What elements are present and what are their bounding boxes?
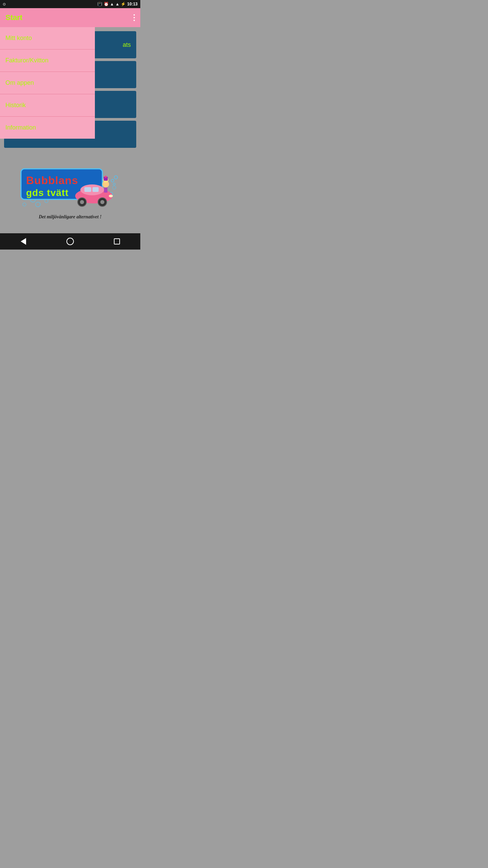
svg-rect-21 [84,187,91,192]
sim-icon: ⊙ [3,2,6,6]
time-display: 10:13 [127,2,138,6]
svg-point-20 [80,184,104,195]
svg-point-33 [111,179,114,182]
status-bar: ⊙ 📳 ⏰ ▲ ▲ ⚡ 10:13 [0,0,140,8]
svg-text:Bubblans: Bubblans [26,174,78,186]
overflow-menu-button[interactable] [134,14,135,21]
status-left-icons: ⊙ [3,2,6,6]
app-title: Start [5,13,22,22]
svg-point-35 [113,183,115,185]
status-right-icons: 📳 ⏰ ▲ ▲ ⚡ 10:13 [97,2,138,6]
recents-icon [114,238,120,244]
logo-area: Bubblans gds tvätt [16,165,124,220]
drawer-item-information-label: Information [5,124,36,131]
svg-point-34 [114,176,118,179]
teal-button-1-text: ats [123,41,131,48]
drawer-item-mitt-konto-label: Mitt konto [5,35,32,41]
app-bar: Start [0,8,140,27]
alarm-icon: ⏰ [104,2,109,6]
battery-icon: ⚡ [121,2,126,6]
main-content: ats Mitt konto Fakturor/Kvitton Om appen… [0,27,140,233]
svg-point-24 [80,200,84,204]
svg-point-27 [109,195,113,197]
bottom-nav-bar [0,233,140,250]
logo-image: Bubblans gds tvätt [19,165,121,213]
signal-icon: ▲ [115,2,119,6]
svg-point-31 [105,176,107,178]
drawer-item-mitt-konto[interactable]: Mitt konto [0,27,95,50]
drawer-item-fakturor-kvitton-label: Fakturor/Kvitton [5,57,48,64]
wifi-icon: ▲ [110,2,114,6]
drawer-item-information[interactable]: Information [0,117,95,139]
dot2 [134,17,135,18]
drawer-item-historik[interactable]: Historik [0,94,95,117]
back-icon [21,238,26,245]
svg-text:gds tvätt: gds tvätt [26,188,69,198]
home-button[interactable] [60,233,80,250]
back-button[interactable] [13,233,34,250]
logo-tagline: Det miljövänligare alternativet ! [39,214,102,220]
svg-point-26 [100,200,104,204]
recents-button[interactable] [107,233,127,250]
dot1 [134,14,135,16]
dot3 [134,20,135,21]
drawer-item-historik-label: Historik [5,102,26,108]
drawer-item-fakturor-kvitton[interactable]: Fakturor/Kvitton [0,50,95,72]
vibrate-icon: 📳 [97,2,102,6]
svg-point-9 [23,203,26,206]
drawer-item-om-appen-label: Om appen [5,79,34,86]
svg-rect-32 [104,188,107,193]
home-icon [66,238,74,245]
navigation-drawer: Mitt konto Fakturor/Kvitton Om appen His… [0,27,95,139]
svg-point-15 [113,186,116,189]
drawer-item-om-appen[interactable]: Om appen [0,72,95,94]
svg-rect-22 [93,187,99,192]
svg-point-8 [36,202,40,207]
